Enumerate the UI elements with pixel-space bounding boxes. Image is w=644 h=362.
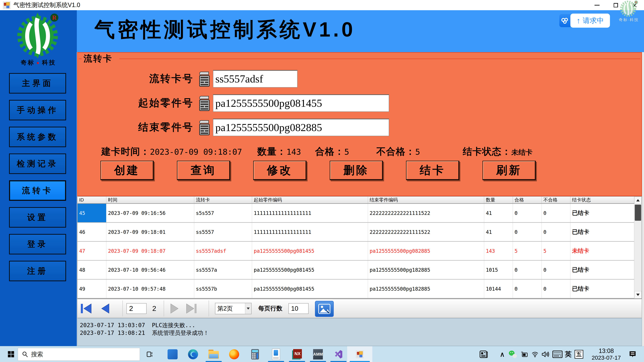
fail-stat: 不合格：5	[376, 145, 420, 158]
start-button[interactable]	[5, 346, 17, 362]
scrollbar-thumb[interactable]	[635, 205, 641, 221]
widgets-button[interactable]	[478, 346, 490, 362]
taskbar-app-mail[interactable]	[162, 346, 183, 362]
close-card-button[interactable]: 结卡	[406, 161, 459, 180]
sidebar-item-settings[interactable]: 设置	[9, 207, 66, 228]
query-button[interactable]: 查询	[177, 161, 230, 180]
start-part-label: 起始零件号	[98, 96, 194, 110]
taskbar-app-hmi[interactable]	[266, 346, 286, 362]
keyboard-icon[interactable]	[198, 70, 211, 88]
sidebar: R 奇标●科技 主界面 手动操作 系统参数 检测记录 流转卡 设置 登录 注册	[0, 10, 77, 346]
notification-center-button[interactable]	[626, 346, 639, 362]
table-row[interactable]: 46 2023-07-09 09:18:01 ss5557 1111111111…	[78, 223, 635, 242]
scroll-up-icon[interactable]	[634, 197, 642, 204]
card-no-input[interactable]	[213, 70, 298, 87]
col-end-code[interactable]: 结束零件编码	[368, 197, 484, 203]
col-start-code[interactable]: 起始零件编码	[252, 197, 368, 203]
image-icon	[318, 304, 330, 314]
visual-studio-icon	[334, 350, 343, 359]
table-row[interactable]: 45 2023-07-09 09:16:56 s5s557 1111111111…	[78, 204, 635, 223]
ime-mode-label: 五	[574, 350, 583, 359]
sidebar-item-register[interactable]: 注册	[9, 261, 66, 281]
wifi-icon	[531, 351, 539, 358]
taskbar-search[interactable]: 搜索	[18, 348, 140, 361]
tray-wechat[interactable]	[508, 346, 518, 362]
delete-button[interactable]: 删除	[330, 161, 383, 180]
sidebar-item-records[interactable]: 检测记录	[9, 153, 66, 174]
tray-expand-button[interactable]: ∧	[497, 346, 507, 362]
log-area: 2023-07-17 13:03:07 PLC连接失败... 2023-07-1…	[77, 318, 642, 346]
tray-wifi[interactable]	[530, 346, 540, 362]
app-window-icon	[3, 1, 10, 9]
table-vertical-scrollbar[interactable]	[634, 197, 642, 299]
nx-icon: NX	[292, 349, 302, 360]
sidebar-item-params[interactable]: 系统参数	[9, 127, 66, 147]
taskbar-app-nx[interactable]: NX	[287, 346, 307, 362]
sidebar-nav: 主界面 手动操作 系统参数 检测记录 流转卡 设置 登录 注册	[9, 73, 66, 281]
search-icon	[22, 351, 28, 357]
window-titlebar: 气密性测试控制系统V1.0 ×	[0, 0, 644, 10]
rows-per-page-input[interactable]	[288, 303, 308, 314]
taskbar-app-firefox[interactable]	[224, 346, 244, 362]
modify-button[interactable]: 修改	[253, 161, 306, 180]
keyboard-icon[interactable]	[198, 95, 211, 112]
end-part-input[interactable]	[213, 119, 389, 136]
taskbar-clock[interactable]: 13:08 2023-07-17	[592, 346, 621, 362]
restore-button[interactable]	[606, 0, 625, 10]
table-row[interactable]: 49 2023-07-10 09:57:48 ss5557b pa1255555…	[78, 280, 635, 299]
taskbar: 搜索	[0, 346, 644, 362]
battery-icon	[520, 351, 528, 357]
refresh-button[interactable]: 刷新	[482, 161, 536, 180]
col-id[interactable]: ID	[78, 197, 106, 203]
taskbar-app-edge[interactable]	[183, 346, 203, 362]
close-button[interactable]: ×	[625, 0, 644, 10]
window-title: 气密性测试控制系统V1.0	[14, 1, 80, 9]
create-button[interactable]: 创建	[100, 161, 154, 180]
col-qty[interactable]: 数量	[484, 197, 513, 203]
page-total-label: 2	[152, 299, 156, 318]
page-number-input[interactable]	[126, 303, 146, 314]
taskbar-app-calculator[interactable]	[245, 346, 265, 362]
sidebar-item-manual[interactable]: 手动操作	[9, 100, 66, 120]
keyboard-icon[interactable]	[198, 119, 211, 136]
tray-touch-keyboard[interactable]	[552, 346, 564, 362]
sidebar-item-flowcard[interactable]: 流转卡	[9, 180, 66, 201]
scroll-down-icon[interactable]	[634, 291, 642, 299]
news-icon	[480, 351, 488, 358]
first-page-button[interactable]	[80, 299, 92, 318]
request-status-button[interactable]: ↑ 请求中	[570, 13, 610, 28]
ime-language-button[interactable]: 英	[564, 346, 572, 362]
minimize-button[interactable]	[588, 0, 606, 10]
image-viewer-button[interactable]	[315, 301, 334, 317]
taskbar-app-explorer[interactable]	[204, 346, 224, 362]
minimize-icon	[594, 5, 600, 5]
notification-icon	[628, 350, 636, 358]
taskbar-app-current[interactable]	[347, 346, 372, 362]
col-pass[interactable]: 合格	[513, 197, 542, 203]
page-select-value: 第2页	[215, 305, 245, 313]
tray-volume[interactable]	[540, 346, 550, 362]
prev-page-button[interactable]	[101, 299, 110, 318]
taskbar-app-visualstudio[interactable]	[328, 346, 349, 362]
col-fail[interactable]: 不合格	[542, 197, 570, 203]
col-time[interactable]: 时间	[106, 197, 194, 203]
log-line: 2023-07-17 13:03:07 PLC连接失败...	[80, 322, 196, 329]
sidebar-item-login[interactable]: 登录	[9, 234, 66, 254]
pagination-bar: 2 第2页 每页行数	[77, 299, 642, 318]
sidebar-item-main[interactable]: 主界面	[9, 73, 66, 93]
close-icon: ×	[632, 1, 637, 9]
start-part-input[interactable]	[213, 94, 389, 112]
last-page-button[interactable]	[186, 299, 197, 318]
page-select-dropdown[interactable]: 第2页	[215, 303, 252, 314]
table-row-current[interactable]: 47 2023-07-09 09:18:07 ss5557adsf pa1255…	[78, 242, 635, 261]
col-status[interactable]: 结卡状态	[570, 197, 635, 203]
end-part-label: 结束零件号	[98, 120, 194, 134]
tray-battery[interactable]	[519, 346, 529, 362]
col-card[interactable]: 流转卡	[194, 197, 252, 203]
task-view-button[interactable]	[144, 346, 156, 362]
table-row[interactable]: 48 2023-07-10 09:56:46 ss5557a pa1255555…	[78, 261, 635, 280]
panel-legend: 流转卡	[84, 53, 113, 64]
ime-mode-button[interactable]: 五	[574, 346, 584, 362]
taskbar-app-amm[interactable]: AMM	[308, 346, 328, 362]
next-page-button[interactable]	[170, 299, 179, 318]
